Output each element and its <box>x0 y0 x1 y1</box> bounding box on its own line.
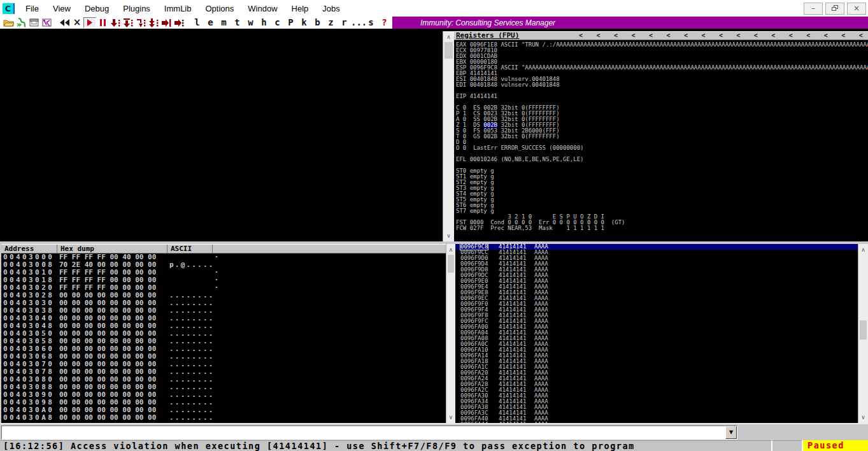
dump-row[interactable]: 004030A800 00 00 00 00 00 00 00........ <box>1 414 446 422</box>
step-over-button[interactable] <box>122 17 134 28</box>
letter-button-e[interactable]: e <box>204 17 217 28</box>
letter-button-l[interactable]: l <box>190 17 204 28</box>
registers-body: EAX 0096F1E8 ASCII "TRUN /.:/AAAAAAAAAAA… <box>454 40 868 231</box>
execute-till-return-button[interactable] <box>160 17 173 28</box>
register-line[interactable]: FST 0000 Cond 0 0 0 0 Err 0 0 0 0 0 0 0 … <box>456 220 868 226</box>
execute-till-user-code-button[interactable] <box>173 17 185 28</box>
stack-pane[interactable]: 0096F9C841414141AAAA0096F9CC41414141AAAA… <box>455 244 858 423</box>
letter-button-r[interactable]: r <box>338 17 351 28</box>
letter-button-help[interactable]: ? <box>378 17 391 28</box>
command-bar: ▼ <box>0 423 868 440</box>
register-line[interactable]: A 0 SS 002B 32bit 0(FFFFFFFF) <box>456 117 868 122</box>
close-process-button[interactable]: × <box>71 17 83 28</box>
app-icon[interactable]: C <box>3 3 15 14</box>
scrollbar-thumb[interactable] <box>860 320 867 340</box>
close-button[interactable]: × <box>847 3 866 15</box>
menu-item-window[interactable]: Window <box>241 4 284 13</box>
register-line[interactable]: P 1 CS 0023 32bit 0(FFFFFFFF) <box>456 111 868 117</box>
register-line[interactable]: D 0 <box>456 140 868 145</box>
memory-dump-pane[interactable]: Address Hex dump ASCII 00403000FF FF FF … <box>0 244 446 423</box>
register-line[interactable]: FCW 027F Prec NEAR,53 Mask 1 1 1 1 1 1 <box>456 226 868 231</box>
minimize-button[interactable]: – <box>804 3 823 15</box>
stack-scrollbar[interactable]: ∧ ∨ <box>858 244 868 423</box>
scroll-down-icon[interactable]: ∨ <box>443 231 454 240</box>
register-line[interactable] <box>456 88 868 94</box>
scroll-up-icon[interactable]: ∧ <box>446 245 455 254</box>
register-line[interactable]: EIP 41414141 <box>456 94 868 99</box>
dump-column-filler <box>213 245 446 253</box>
scroll-up-icon[interactable]: ∧ <box>858 245 868 254</box>
command-input[interactable] <box>2 426 725 439</box>
register-line[interactable]: ST1 empty g <box>456 174 868 180</box>
dump-scrollbar[interactable]: ∧ ∨ <box>446 244 455 423</box>
register-line[interactable]: ST3 empty g <box>456 185 868 191</box>
disassembly-scrollbar[interactable]: ∧ ∨ <box>443 31 454 241</box>
register-line[interactable]: ST4 empty g <box>456 191 868 197</box>
scroll-up-icon[interactable]: ∧ <box>443 32 454 41</box>
letter-button-z[interactable]: z <box>324 17 338 28</box>
pause-button[interactable] <box>96 17 109 28</box>
menu-item-view[interactable]: View <box>46 4 78 13</box>
register-line[interactable]: EBP 41414141 <box>456 71 868 76</box>
register-line[interactable]: ST5 empty g <box>456 197 868 203</box>
letter-button-P[interactable]: P <box>284 17 297 28</box>
restart-button[interactable] <box>15 17 27 28</box>
register-line[interactable]: ECX 00977810 <box>456 48 868 54</box>
run-button[interactable] <box>83 17 96 28</box>
letter-button-t[interactable]: t <box>231 17 244 28</box>
scroll-down-icon[interactable]: ∨ <box>446 413 455 422</box>
register-line[interactable]: C 0 ES 002B 32bit 0(FFFFFFFF) <box>456 105 868 111</box>
tile-windows-button[interactable] <box>40 17 53 28</box>
register-line[interactable]: EFL 00010246 (NO,NB,E,BE,NS,PE,GE,LE) <box>456 157 868 162</box>
register-line[interactable]: EDI 00401848 vulnserv.00401848 <box>456 82 868 88</box>
open-file-button[interactable] <box>2 17 15 28</box>
register-line[interactable]: O 0 LastErr ERROR_SUCCESS (00000000) <box>456 145 868 151</box>
status-middle-panel <box>771 440 802 451</box>
menu-item-options[interactable]: Options <box>198 4 241 13</box>
register-line[interactable]: 3 2 1 0 E S P U O Z D I <box>456 214 868 220</box>
letter-button-s[interactable]: s <box>364 17 378 28</box>
disassembly-pane[interactable] <box>0 31 443 241</box>
letter-button-m[interactable]: m <box>217 17 231 28</box>
register-line[interactable]: EBX 00000180 <box>456 59 868 65</box>
command-dropdown-button[interactable]: ▼ <box>725 426 737 439</box>
animate-into-button[interactable] <box>134 17 147 28</box>
register-line[interactable]: ESI 00401848 vulnserv.00401848 <box>456 76 868 82</box>
register-line[interactable]: ST2 empty g <box>456 180 868 185</box>
register-line[interactable]: ST0 empty g <box>456 168 868 174</box>
windows-button[interactable] <box>27 17 40 28</box>
register-line[interactable]: EAX 0096F1E8 ASCII "TRUN /.:/AAAAAAAAAAA… <box>456 42 868 48</box>
menu-item-file[interactable]: File <box>18 4 46 13</box>
animate-over-button[interactable] <box>147 17 160 28</box>
register-line[interactable]: ESP 0096F9C8 ASCII "AAAAAAAAAAAAAAAAAAAA… <box>456 65 868 71</box>
register-line[interactable] <box>456 151 868 157</box>
letter-button-b[interactable]: b <box>311 17 324 28</box>
scrollbar-thumb[interactable] <box>445 42 453 59</box>
register-line[interactable]: Z 1 DS 002B 32bit 0(FFFFFFFF) <box>456 122 868 128</box>
register-line[interactable]: ST7 empty g <box>456 208 868 214</box>
letter-button-h[interactable]: h <box>257 17 271 28</box>
register-line[interactable] <box>456 99 868 105</box>
scroll-down-icon[interactable]: ∨ <box>858 413 868 422</box>
letter-button-c[interactable]: c <box>271 17 284 28</box>
letter-button-ellipsis[interactable]: ... <box>351 17 364 28</box>
rewind-button[interactable] <box>58 17 71 28</box>
window-controls: – × <box>801 3 866 15</box>
register-line[interactable]: ST6 empty g <box>456 203 868 208</box>
step-into-button[interactable] <box>109 17 122 28</box>
register-line[interactable]: S 0 FS 0053 32bit 2B6000(FFF) <box>456 128 868 134</box>
stack-row[interactable]: 0096FA4441414141AAAA <box>455 422 858 423</box>
menu-item-debug[interactable]: Debug <box>78 4 116 13</box>
registers-pane[interactable]: Registers (FPU) <<<<<<<<<<<<<<<<< EAX 00… <box>454 31 868 241</box>
letter-button-k[interactable]: k <box>297 17 311 28</box>
restore-button[interactable] <box>825 3 844 15</box>
scrollbar-thumb[interactable] <box>448 255 454 273</box>
menu-item-immlib[interactable]: ImmLib <box>157 4 199 13</box>
register-line[interactable]: EDX 0001CDAB <box>456 54 868 59</box>
menu-item-plugins[interactable]: Plugins <box>116 4 157 13</box>
register-line[interactable]: T 0 GS 002B 32bit 0(FFFFFFFF) <box>456 134 868 140</box>
menu-item-help[interactable]: Help <box>285 4 316 13</box>
menu-item-jobs[interactable]: Jobs <box>315 4 346 13</box>
letter-button-w[interactable]: w <box>244 17 257 28</box>
register-line[interactable] <box>456 162 868 168</box>
